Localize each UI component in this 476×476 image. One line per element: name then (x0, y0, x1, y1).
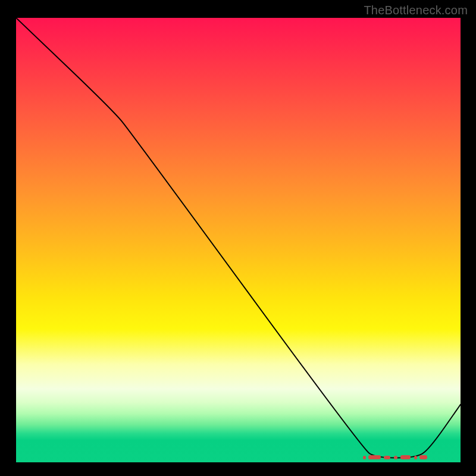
valley-marker-bump (400, 455, 411, 459)
line-chart-svg (16, 18, 461, 462)
valley-marker-bump (414, 456, 418, 459)
chart-root: TheBottleneck.com (0, 0, 476, 476)
valley-marker-bump (363, 456, 367, 459)
valley-marker-bump (384, 456, 390, 459)
valley-marker-bump (419, 455, 427, 459)
curve-path (16, 18, 461, 458)
plot-gradient-background (16, 18, 461, 462)
valley-marker-bump (368, 455, 381, 459)
attribution-watermark: TheBottleneck.com (364, 4, 468, 17)
